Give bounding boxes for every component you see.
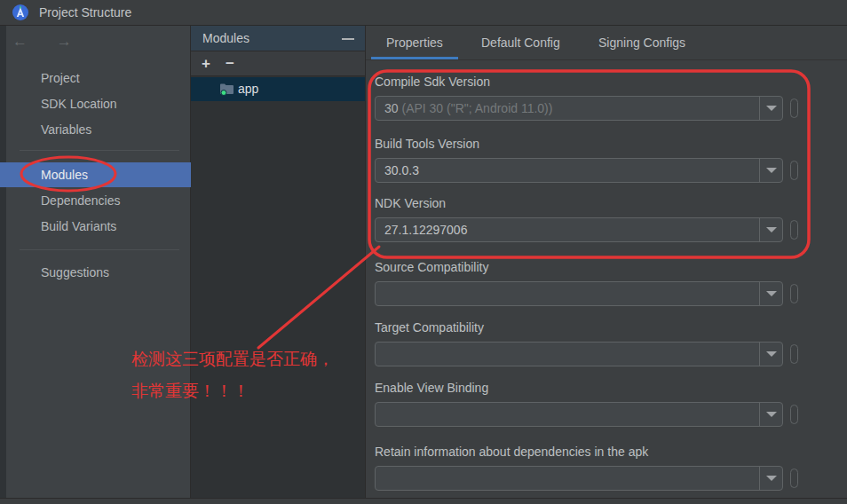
chevron-down-icon: [766, 351, 777, 357]
field-retain-dependency-info: Retain information about dependencies in…: [375, 443, 847, 461]
project-structure-dialog: Project Structure ← → Project SDK Locati…: [0, 0, 847, 504]
sidebar-item-variables[interactable]: Variables: [0, 117, 191, 142]
tab-properties[interactable]: Properties: [371, 26, 458, 59]
dropdown-arrow-button[interactable]: [759, 343, 782, 366]
ndk-version-dropdown[interactable]: 27.1.12297006: [375, 217, 783, 242]
variable-selector-pill[interactable]: [790, 284, 798, 303]
build-tools-version-dropdown[interactable]: 30.0.3: [375, 158, 783, 183]
sidebar-item-modules[interactable]: Modules: [0, 162, 191, 187]
field-enable-view-binding: Enable View Binding: [375, 379, 847, 397]
field-label: Build Tools Version: [375, 135, 847, 153]
modules-panel: Modules + − app: [191, 26, 366, 498]
enable-view-binding-dropdown[interactable]: [375, 402, 783, 427]
sidebar-item-sdk-location[interactable]: SDK Location: [0, 91, 191, 116]
field-compile-sdk-version: Compile Sdk Version 30 (API 30 ("R"; And…: [375, 73, 847, 91]
chevron-down-icon: [766, 168, 777, 173]
tab-bar: Properties Default Config Signing Config…: [366, 26, 847, 60]
field-source-compatibility: Source Compatibility: [375, 258, 847, 276]
dropdown-arrow-button[interactable]: [759, 467, 782, 490]
chevron-down-icon: [766, 476, 777, 481]
modules-toolbar: + −: [191, 51, 365, 76]
variable-selector-pill[interactable]: [790, 161, 798, 180]
modules-panel-title: Modules: [202, 26, 249, 51]
field-label: Source Compatibility: [375, 258, 847, 276]
variable-selector-pill[interactable]: [790, 344, 798, 364]
dropdown-arrow-button[interactable]: [759, 282, 782, 305]
target-compatibility-dropdown[interactable]: [375, 342, 783, 366]
tab-default-config[interactable]: Default Config: [466, 26, 575, 59]
history-nav: ← →: [12, 33, 84, 51]
field-build-tools-version: Build Tools Version 30.0.3: [375, 135, 847, 153]
add-module-button[interactable]: +: [196, 51, 216, 75]
variable-selector-pill[interactable]: [790, 405, 798, 424]
android-studio-logo-icon: [12, 4, 28, 20]
title-bar: Project Structure: [0, 0, 847, 26]
dropdown-arrow-button[interactable]: [759, 403, 782, 426]
module-name: app: [238, 77, 258, 101]
modules-panel-header: Modules: [191, 26, 365, 51]
variable-selector-pill[interactable]: [790, 220, 798, 240]
sidebar: ← → Project SDK Location Variables Modul…: [0, 26, 191, 498]
remove-module-button[interactable]: −: [220, 51, 240, 75]
retain-dependency-info-dropdown[interactable]: [375, 466, 783, 491]
field-target-compatibility: Target Compatibility: [375, 319, 847, 336]
source-compatibility-dropdown[interactable]: [375, 281, 783, 306]
properties-panel: Properties Default Config Signing Config…: [366, 26, 847, 498]
chevron-down-icon: [766, 106, 777, 111]
dropdown-arrow-button[interactable]: [759, 218, 782, 241]
module-list-item-app[interactable]: app: [191, 77, 365, 101]
window-title: Project Structure: [39, 0, 131, 25]
field-ndk-version: NDK Version 27.1.12297006: [375, 194, 847, 212]
chevron-down-icon: [766, 291, 777, 296]
compile-sdk-version-dropdown[interactable]: 30 (API 30 ("R"; Android 11.0)): [375, 96, 783, 121]
forward-icon[interactable]: →: [57, 33, 84, 50]
tab-signing-configs[interactable]: Signing Configs: [583, 26, 701, 59]
sidebar-item-build-variants[interactable]: Build Variants: [0, 214, 191, 239]
sidebar-item-project[interactable]: Project: [0, 66, 191, 91]
dropdown-value: 30.0.3: [384, 163, 419, 177]
sidebar-divider: [20, 150, 179, 151]
dropdown-arrow-button[interactable]: [759, 159, 782, 182]
field-label: Retain information about dependencies in…: [375, 443, 847, 461]
dropdown-value-detail: (API 30 ("R"; Android 11.0)): [401, 101, 552, 115]
back-icon[interactable]: ←: [12, 33, 40, 50]
variable-selector-pill[interactable]: [790, 98, 798, 118]
field-label: Enable View Binding: [375, 379, 847, 397]
chevron-down-icon: [766, 227, 777, 232]
field-label: NDK Version: [375, 194, 847, 212]
dialog-bottom-strip: [0, 498, 847, 504]
sidebar-divider: [20, 249, 179, 250]
dropdown-value: 27.1.12297006: [384, 223, 467, 237]
dropdown-arrow-button[interactable]: [759, 97, 782, 120]
dropdown-value: 30: [384, 101, 401, 115]
field-label: Compile Sdk Version: [375, 73, 847, 91]
field-label: Target Compatibility: [375, 319, 847, 336]
android-module-folder-icon: [219, 83, 234, 96]
chevron-down-icon: [766, 412, 777, 417]
sidebar-item-dependencies[interactable]: Dependencies: [0, 188, 191, 213]
minimize-icon[interactable]: [342, 38, 354, 40]
sidebar-item-suggestions[interactable]: Suggestions: [0, 260, 191, 285]
variable-selector-pill[interactable]: [790, 469, 798, 488]
